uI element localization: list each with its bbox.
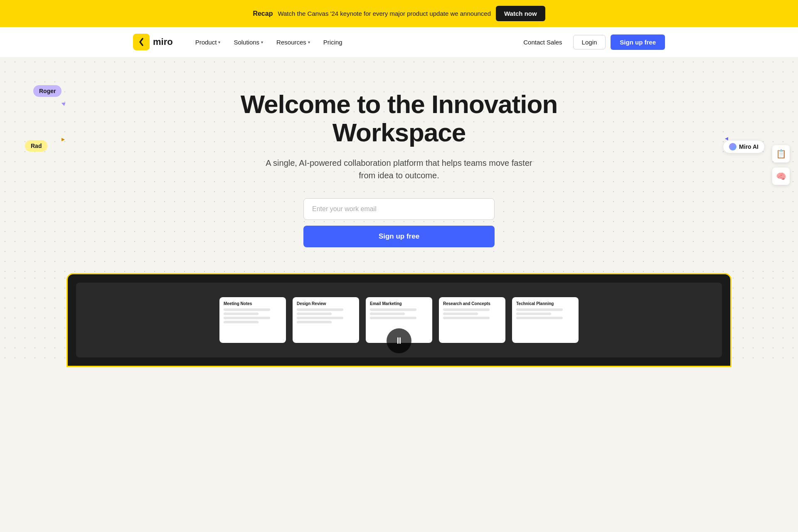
announcement-bar: Recap Watch the Canvas '24 keynote for e…	[0, 0, 798, 27]
arrow-roger-icon: ◂	[60, 98, 67, 108]
play-button[interactable]: ⏸	[387, 328, 411, 353]
logo-link[interactable]: miro	[133, 34, 173, 50]
login-button[interactable]: Login	[573, 35, 606, 49]
arrow-rad-icon: ▸	[62, 135, 65, 143]
chevron-down-icon: ▾	[308, 40, 310, 44]
hero-signup-button[interactable]: Sign up free	[303, 226, 495, 247]
float-label-rad: Rad	[25, 140, 47, 152]
pause-icon: ⏸	[394, 335, 404, 346]
preview-card-research: Research and Concepts	[439, 297, 505, 343]
watch-now-button[interactable]: Watch now	[496, 6, 545, 21]
hero-heading: Welcome to the Innovation Workspace	[208, 90, 590, 147]
preview-card-design: Design Review	[293, 297, 359, 343]
float-label-roger: Roger	[33, 85, 62, 97]
nav-links: Product ▾ Solutions ▾ Resources ▾ Pricin…	[190, 35, 518, 49]
recap-badge: Recap	[253, 10, 273, 17]
navigation: miro Product ▾ Solutions ▾ Resources ▾ P…	[0, 27, 798, 57]
book-icon[interactable]: 📋	[772, 145, 790, 163]
chevron-down-icon: ▾	[218, 40, 220, 44]
announcement-text: Watch the Canvas '24 keynote for every m…	[278, 10, 491, 17]
nav-pricing[interactable]: Pricing	[318, 35, 348, 49]
signup-form: Sign up free	[303, 198, 495, 247]
logo-icon	[133, 34, 150, 50]
nav-right: Contact Sales Login Sign up free	[517, 34, 665, 50]
preview-card-technical: Technical Planning	[512, 297, 579, 343]
product-preview: Meeting Notes Design Review Email Market…	[66, 273, 732, 367]
logo-text: miro	[153, 37, 173, 47]
miro-ai-icon	[729, 143, 736, 150]
contact-sales-button[interactable]: Contact Sales	[517, 35, 568, 49]
float-label-miro-ai: Miro AI	[723, 140, 765, 153]
hero-subheading: A single, AI-powered collaboration platf…	[258, 157, 540, 182]
nav-product[interactable]: Product ▾	[190, 35, 227, 49]
chevron-down-icon: ▾	[261, 40, 263, 44]
arrow-miro-icon: ◂	[725, 134, 728, 142]
nav-solutions[interactable]: Solutions ▾	[228, 35, 269, 49]
right-tools: 📋 🧠	[772, 145, 790, 185]
brain-icon[interactable]: 🧠	[772, 167, 790, 185]
email-input[interactable]	[303, 198, 495, 220]
nav-signup-button[interactable]: Sign up free	[611, 34, 665, 50]
preview-card-meeting: Meeting Notes	[219, 297, 286, 343]
nav-resources[interactable]: Resources ▾	[271, 35, 316, 49]
hero-section: Roger ◂ Rad ▸ Miro AI ◂ 📋 🧠 Welcome to t…	[0, 57, 798, 273]
